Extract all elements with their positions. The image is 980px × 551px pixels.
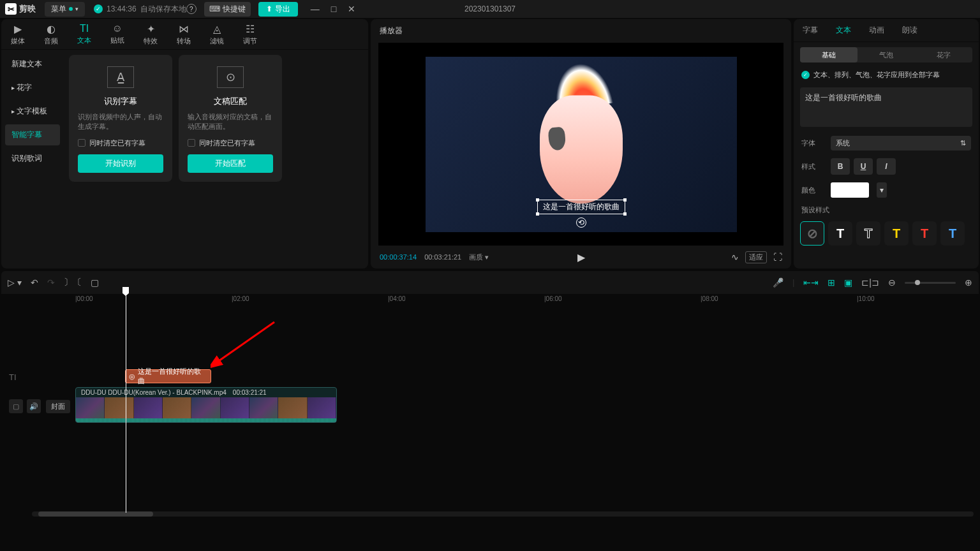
mic-icon[interactable]: 🎤 — [773, 277, 783, 288]
logo-icon: ✂ — [5, 3, 17, 15]
sidebar-item-4[interactable]: 识别歌词 — [5, 148, 60, 169]
check-icon: ✓ — [94, 4, 103, 13]
app-logo: ✂ 剪映 — [5, 3, 36, 15]
cover-button[interactable]: 封面 — [46, 400, 70, 413]
card-checkbox[interactable]: 同时清空已有字幕 — [188, 138, 273, 148]
ruler-mark: |04:00 — [388, 295, 406, 302]
player-header: 播放器 — [371, 19, 791, 43]
media-tab-1[interactable]: ◐音频 — [34, 19, 68, 49]
caption-textarea[interactable] — [800, 87, 972, 127]
text-sidebar: 新建文本花字文字模板智能字幕识别歌词 — [1, 50, 64, 268]
track-mute-button[interactable]: 🔊 — [27, 399, 41, 413]
time-total: 00:03:21:21 — [424, 253, 461, 261]
sidebar-item-2[interactable]: 文字模板 — [5, 101, 60, 122]
sidebar-item-3[interactable]: 智能字幕 — [5, 124, 60, 145]
preset-3[interactable]: T — [884, 221, 909, 246]
font-select[interactable]: 系统⇅ — [831, 136, 971, 151]
text-clip[interactable]: ◎ 这是一首很好听的歌曲 — [125, 369, 211, 383]
time-current: 00:00:37:14 — [380, 253, 417, 261]
waveform-icon[interactable]: ∿ — [731, 252, 739, 262]
undo-button[interactable]: ↶ — [31, 277, 38, 288]
zoom-slider[interactable] — [905, 282, 956, 284]
close-button[interactable]: ✕ — [348, 4, 355, 14]
media-tab-2[interactable]: TI文本 — [68, 19, 101, 49]
media-tab-4[interactable]: ✦特效 — [134, 19, 167, 49]
bold-button[interactable]: B — [831, 158, 850, 175]
underline-button[interactable]: U — [854, 158, 873, 175]
card-button[interactable]: 开始识别 — [78, 154, 163, 173]
export-button[interactable]: ⬆ 导出 — [258, 2, 298, 17]
zoom-in-icon[interactable]: ⊕ — [965, 277, 972, 288]
inspector-tab-1[interactable]: 文本 — [827, 19, 860, 41]
track-lock-button[interactable]: ▢ — [9, 399, 23, 413]
checkbox-checked-icon: ✓ — [801, 71, 810, 79]
delete-tool[interactable]: ▢ — [91, 277, 99, 288]
card-title: 识别字幕 — [104, 96, 137, 107]
ruler-mark: |06:00 — [544, 295, 562, 302]
media-tab-3[interactable]: ☺贴纸 — [101, 19, 134, 49]
shortcut-button[interactable]: ⌨ 快捷键 — [204, 2, 251, 17]
card-0: A̲ 识别字幕 识别音视频中的人声，自动生成字幕。 同时清空已有字幕 开始识别 — [69, 55, 172, 182]
quality-dropdown[interactable]: 画质 ▾ — [469, 253, 489, 262]
inspector-panel: 字幕文本动画朗读 基础气泡花字 ✓ 文本、排列、气泡、花字应用到全部字幕 字体 … — [794, 19, 979, 268]
redo-button[interactable]: ↷ — [47, 277, 55, 288]
media-tab-7[interactable]: ☷调节 — [234, 19, 267, 49]
timeline-ruler[interactable]: |00:00|02:00|04:00|06:00|08:00|10:00 — [75, 294, 980, 305]
preset-2[interactable]: T — [856, 221, 880, 246]
caption-overlay[interactable]: 这是一首很好听的歌曲 ⟲ — [537, 200, 625, 214]
italic-button[interactable]: I — [877, 158, 896, 175]
inspector-tab-0[interactable]: 字幕 — [794, 19, 827, 41]
ruler-mark: |00:00 — [75, 295, 93, 302]
card-desc: 输入音视频对应的文稿，自动匹配画面。 — [188, 112, 273, 132]
ruler-mark: |10:00 — [857, 295, 875, 302]
inspector-subtab-1[interactable]: 气泡 — [858, 47, 915, 62]
inspector-subtab-0[interactable]: 基础 — [800, 47, 858, 62]
split-tool[interactable]: 〕〔 — [64, 277, 82, 288]
sidebar-item-1[interactable]: 花字 — [5, 77, 60, 98]
media-tab-0[interactable]: ▶媒体 — [1, 19, 34, 49]
rotate-handle-icon[interactable]: ⟲ — [576, 217, 586, 228]
preview-icon[interactable]: ▣ — [844, 277, 852, 288]
select-tool[interactable]: ▷ ▾ — [8, 277, 22, 288]
color-dropdown[interactable]: ▾ — [877, 182, 887, 198]
play-button[interactable]: ▶ — [577, 251, 585, 263]
autosave-status: ✓ 13:44:36 自动保存本地 — [94, 4, 186, 15]
app-name: 剪映 — [19, 3, 36, 15]
preset-4[interactable]: T — [912, 221, 937, 246]
ruler-mark: |08:00 — [701, 295, 718, 302]
horizontal-scrollbar[interactable] — [32, 511, 974, 517]
keyboard-icon: ⌨ — [209, 4, 220, 13]
media-tab-6[interactable]: ◬滤镜 — [200, 19, 234, 49]
help-icon[interactable]: ? — [186, 4, 197, 14]
apply-all-checkbox[interactable]: ✓ 文本、排列、气泡、花字应用到全部字幕 — [794, 68, 979, 82]
color-swatch[interactable] — [831, 182, 869, 198]
playhead[interactable] — [126, 288, 126, 513]
player-viewport[interactable]: 这是一首很好听的歌曲 ⟲ — [378, 43, 783, 246]
card-button[interactable]: 开始匹配 — [188, 154, 273, 173]
font-label: 字体 — [801, 138, 824, 148]
maximize-button[interactable]: □ — [331, 4, 336, 14]
fullscreen-icon[interactable]: ⛶ — [773, 252, 782, 262]
clip-icon[interactable]: ⊏|⊐ — [861, 277, 879, 288]
snap-icon[interactable]: ⇤⇥ — [803, 277, 819, 288]
menu-button[interactable]: 菜单 ▾ — [45, 2, 85, 17]
inspector-tab-2[interactable]: 动画 — [860, 19, 893, 41]
media-tab-5[interactable]: ⋈转场 — [167, 19, 200, 49]
card-checkbox[interactable]: 同时清空已有字幕 — [78, 138, 163, 148]
inspector-tab-3[interactable]: 朗读 — [893, 19, 926, 41]
link-icon[interactable]: ⊞ — [828, 277, 835, 288]
card-icon: A̲ — [107, 66, 134, 88]
ratio-button[interactable]: 适应 — [745, 251, 767, 263]
inspector-subtabs: 基础气泡花字 — [800, 47, 972, 62]
preset-5[interactable]: T — [940, 221, 965, 246]
zoom-out-icon[interactable]: ⊖ — [888, 277, 896, 288]
media-tabs: ▶媒体◐音频TI文本☺贴纸✦特效⋈转场◬滤镜☷调节 — [1, 19, 368, 50]
text-track-icon: TI — [9, 372, 17, 382]
minimize-button[interactable]: — — [311, 4, 320, 14]
inspector-subtab-2[interactable]: 花字 — [915, 47, 972, 62]
preset-none[interactable]: ⊘ — [800, 221, 824, 246]
sidebar-item-0[interactable]: 新建文本 — [5, 54, 60, 75]
player-panel: 播放器 这是一首很好听的歌曲 ⟲ 00:00:37:14 00:03:21:21… — [371, 19, 791, 268]
video-clip[interactable]: DDU-DU DDU-DU(Korean Ver.) - BLACKPINK.m… — [75, 387, 337, 423]
preset-1[interactable]: T — [828, 221, 852, 246]
